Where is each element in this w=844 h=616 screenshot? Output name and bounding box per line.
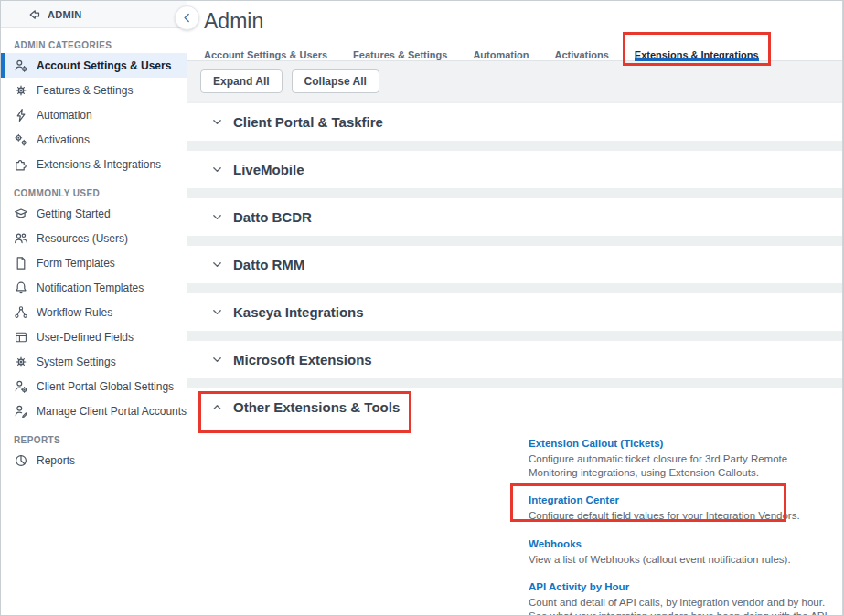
expand-all-button[interactable]: Expand All bbox=[200, 69, 283, 93]
tab-features-settings[interactable]: Features & Settings bbox=[353, 39, 447, 60]
sidebar-collapse-button[interactable] bbox=[175, 5, 199, 30]
sidebar-header-admin[interactable]: ADMIN bbox=[1, 1, 187, 28]
chevron-down-icon bbox=[211, 259, 223, 271]
tab-bar: Account Settings & Users Features & Sett… bbox=[187, 39, 842, 61]
link-block-webhooks: Webhooks View a list of Webhooks (callou… bbox=[529, 535, 835, 567]
sidebar-section-reports: REPORTS bbox=[14, 435, 187, 445]
sidebar-section-commonly-used: COMMONLY USED bbox=[14, 188, 187, 198]
integration-center-link[interactable]: Integration Center bbox=[529, 494, 619, 505]
sidebar-item-getting-started[interactable]: Getting Started bbox=[1, 201, 187, 226]
person-edit-icon bbox=[14, 404, 28, 419]
lightning-icon bbox=[14, 108, 28, 122]
accordion-livemobile[interactable]: LiveMobile bbox=[187, 151, 842, 188]
link-description: Count and detail of API calls, by integr… bbox=[529, 596, 835, 616]
sidebar-item-user-defined-fields[interactable]: User-Defined Fields bbox=[1, 324, 187, 349]
chevron-left-icon bbox=[180, 11, 194, 25]
app-window: ADMIN ADMIN CATEGORIES Account Settings … bbox=[0, 0, 844, 616]
accordion-datto-rmm[interactable]: Datto RMM bbox=[187, 246, 842, 283]
link-description: Configure automatic ticket closure for 3… bbox=[529, 452, 835, 479]
accordion-toolbar: Expand All Collapse All bbox=[187, 61, 842, 101]
link-description: View a list of Webhooks (callout event n… bbox=[529, 553, 835, 567]
sidebar-item-extensions-integrations[interactable]: Extensions & Integrations bbox=[1, 152, 187, 176]
table-icon bbox=[14, 330, 28, 345]
accordion-other-extensions-tools[interactable]: Other Extensions & Tools bbox=[187, 388, 842, 426]
workflow-icon bbox=[14, 305, 28, 320]
person-gear-icon bbox=[14, 379, 28, 394]
sidebar-header-label: ADMIN bbox=[48, 9, 82, 20]
bell-icon bbox=[14, 281, 28, 295]
tab-automation[interactable]: Automation bbox=[473, 39, 529, 60]
link-block-api-activity: API Activity by Hour Count and detail of… bbox=[529, 578, 835, 616]
gear-icon bbox=[14, 355, 28, 369]
main-content: Admin Account Settings & Users Features … bbox=[187, 1, 843, 615]
puzzle-icon bbox=[14, 157, 28, 172]
chevron-down-icon bbox=[211, 306, 223, 318]
back-arrow-icon bbox=[27, 7, 41, 22]
page-title: Admin bbox=[204, 9, 842, 34]
accordion-client-portal-taskfire[interactable]: Client Portal & Taskfire bbox=[187, 103, 842, 141]
sidebar-item-form-templates[interactable]: Form Templates bbox=[1, 250, 187, 275]
gears-icon bbox=[14, 133, 28, 147]
accordion-list: Client Portal & Taskfire LiveMobile Datt… bbox=[187, 101, 842, 616]
sidebar-item-automation[interactable]: Automation bbox=[1, 102, 187, 127]
webhooks-link[interactable]: Webhooks bbox=[529, 538, 582, 549]
sidebar-item-manage-client-portal-accounts[interactable]: Manage Client Portal Accounts bbox=[1, 398, 187, 423]
person-gear-icon bbox=[14, 58, 28, 73]
sidebar-item-notification-templates[interactable]: Notification Templates bbox=[1, 275, 187, 300]
sidebar-item-system-settings[interactable]: System Settings bbox=[1, 349, 187, 374]
gear-icon bbox=[14, 83, 28, 98]
tab-account-settings-users[interactable]: Account Settings & Users bbox=[204, 39, 327, 60]
accordion-microsoft-extensions[interactable]: Microsoft Extensions bbox=[187, 341, 842, 378]
sidebar-item-activations[interactable]: Activations bbox=[1, 127, 187, 152]
graduation-cap-icon bbox=[14, 207, 28, 221]
extension-callout-tickets-link[interactable]: Extension Callout (Tickets) bbox=[529, 438, 663, 449]
sidebar-item-reports[interactable]: Reports bbox=[1, 448, 187, 473]
sidebar-section-admin-categories: ADMIN CATEGORIES bbox=[14, 40, 187, 50]
accordion-other-extensions-tools-section: Other Extensions & Tools Extension Callo… bbox=[187, 388, 842, 616]
accordion-datto-bcdr[interactable]: Datto BCDR bbox=[187, 198, 842, 236]
link-block-integration-center: Integration Center Configure default fie… bbox=[529, 491, 835, 523]
pie-chart-icon bbox=[14, 453, 28, 468]
tab-extensions-integrations[interactable]: Extensions & Integrations bbox=[635, 39, 759, 60]
other-extensions-links: Extension Callout (Tickets) Configure au… bbox=[529, 434, 835, 616]
chevron-down-icon bbox=[211, 211, 223, 223]
sidebar-item-account-settings-users[interactable]: Account Settings & Users bbox=[1, 53, 187, 78]
accordion-kaseya-integrations[interactable]: Kaseya Integrations bbox=[187, 293, 842, 331]
chevron-down-icon bbox=[211, 116, 223, 128]
sidebar-item-workflow-rules[interactable]: Workflow Rules bbox=[1, 300, 187, 324]
chevron-down-icon bbox=[211, 354, 223, 366]
link-block-extension-callout: Extension Callout (Tickets) Configure au… bbox=[529, 434, 835, 479]
tab-activations[interactable]: Activations bbox=[555, 39, 609, 60]
sidebar-item-client-portal-global-settings[interactable]: Client Portal Global Settings bbox=[1, 374, 187, 398]
document-icon bbox=[14, 256, 28, 271]
sidebar-item-resources-users[interactable]: Resources (Users) bbox=[1, 226, 187, 250]
sidebar: ADMIN ADMIN CATEGORIES Account Settings … bbox=[1, 1, 187, 615]
chevron-up-icon bbox=[211, 401, 223, 413]
api-activity-by-hour-link[interactable]: API Activity by Hour bbox=[529, 581, 629, 592]
chevron-down-icon bbox=[211, 164, 223, 175]
link-description: Configure default field values for your … bbox=[529, 509, 835, 523]
people-icon bbox=[14, 231, 28, 246]
sidebar-item-features-settings[interactable]: Features & Settings bbox=[1, 78, 187, 102]
collapse-all-button[interactable]: Collapse All bbox=[292, 69, 379, 93]
